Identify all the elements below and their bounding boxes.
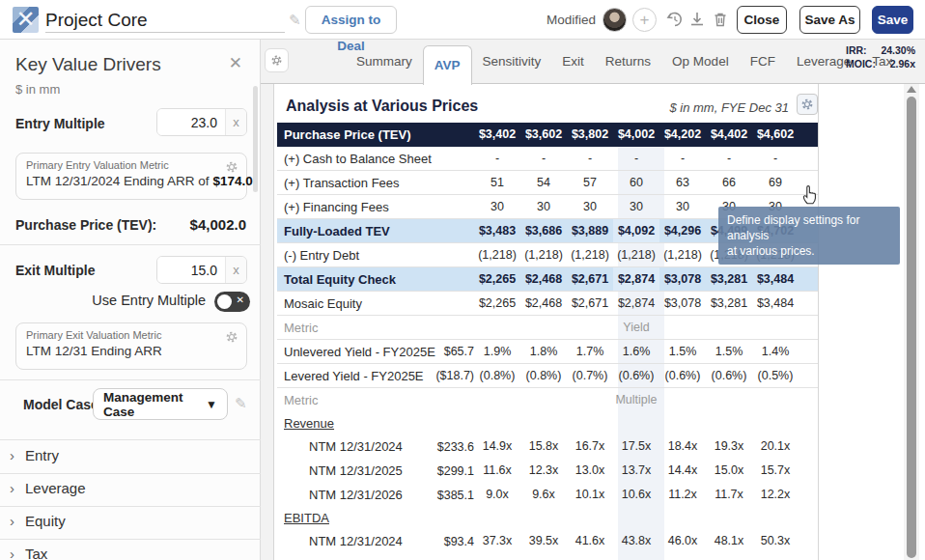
download-icon[interactable] xyxy=(687,10,707,29)
table-row: EBITDA xyxy=(277,507,818,529)
scroll-up-arrow-icon[interactable] xyxy=(907,86,916,93)
table-cell: 14.4x xyxy=(659,459,706,483)
tab-op-model[interactable]: Op Model xyxy=(661,40,740,84)
main-scrollbar[interactable] xyxy=(904,84,919,560)
close-panel-icon[interactable]: ✕ xyxy=(229,53,242,73)
modified-status: Modified xyxy=(547,13,596,27)
table-cell: $2,671 xyxy=(567,292,613,315)
display-settings-gear-icon[interactable] xyxy=(797,94,818,115)
chevron-right-icon: › xyxy=(10,546,14,560)
exit-metric-text: LTM 12/31 Ending ARR xyxy=(26,344,162,358)
table-cell: 1.9% xyxy=(474,340,520,363)
table-cell: 63 xyxy=(659,171,706,194)
close-button[interactable]: Close xyxy=(737,6,787,34)
table-cell: Multiple xyxy=(613,388,659,412)
tab-fcf[interactable]: FCF xyxy=(740,40,786,84)
add-user-button[interactable]: + xyxy=(632,8,657,32)
user-avatar[interactable] xyxy=(603,8,627,32)
assign-to-deal-button[interactable]: Assign to Deal xyxy=(305,6,397,34)
model-case-select[interactable]: Management Case ▼ xyxy=(93,388,228,420)
table-cell: (1,218) xyxy=(520,243,567,266)
app-window: ✎ Assign to Deal Modified + Close Save A… xyxy=(0,0,925,560)
table-cell xyxy=(520,388,567,412)
table-header-row: Purchase Price (TEV) $3,402$3,602$3,802$… xyxy=(277,123,818,147)
table-cell: $4,092 xyxy=(613,219,659,242)
table-cell: 69 xyxy=(752,171,799,194)
table-cell: 30 xyxy=(520,195,567,218)
entry-metric-gear-icon[interactable] xyxy=(225,160,238,174)
table-cell: $2,874 xyxy=(613,267,659,291)
tab-exit[interactable]: Exit xyxy=(551,40,595,84)
sidebar-section-leverage[interactable]: ›Leverage xyxy=(0,473,261,506)
sidebar-section-equity[interactable]: ›Equity xyxy=(0,506,261,539)
table-cell: (1,218) xyxy=(474,243,520,266)
tab-returns[interactable]: Returns xyxy=(595,40,661,84)
exit-valuation-metric-card[interactable]: Primary Exit Valuation Metric LTM 12/31 … xyxy=(15,322,247,370)
header-price-cell: $4,002 xyxy=(613,123,659,147)
table-row: Total Equity Check$2,265$2,468$2,671$2,8… xyxy=(277,267,818,292)
panel-gap xyxy=(261,84,273,560)
trash-icon[interactable] xyxy=(711,10,730,29)
table-cell: 19.3x xyxy=(706,434,752,459)
table-cell xyxy=(659,316,706,339)
row-label: NTM 12/31/2025 xyxy=(277,463,414,478)
sidebar-scrollbar[interactable] xyxy=(253,86,258,192)
table-cell: 39.3x xyxy=(752,553,799,560)
returns-summary: IRR: 24.30% MOIC: 2.96x xyxy=(846,43,915,70)
table-cell: (0.8%) xyxy=(520,364,567,387)
save-button[interactable]: Save xyxy=(872,6,913,34)
project-title-input[interactable] xyxy=(45,9,285,33)
table-cell: (0.6%) xyxy=(613,364,659,387)
chevron-down-icon: ▼ xyxy=(206,398,217,411)
row-label: EBITDA xyxy=(277,511,414,525)
table-cell: Yield xyxy=(613,316,659,339)
table-cell: 13.0x xyxy=(567,459,613,483)
table-cell: $3,078 xyxy=(659,267,706,291)
exit-metric-gear-icon[interactable] xyxy=(225,330,238,344)
tab-sensitivity[interactable]: Sensitivity xyxy=(472,40,552,84)
table-cell xyxy=(752,507,799,529)
irr-label: IRR: xyxy=(846,43,867,57)
section-label: Entry xyxy=(25,447,59,463)
table-row: Mosaic Equity$2,265$2,468$2,671$2,874$3,… xyxy=(277,292,818,316)
table-row: NTM 12/31/2025$299.111.6x12.3x13.0x13.7x… xyxy=(277,459,818,483)
purchase-price-label: Purchase Price (TEV): xyxy=(15,217,156,233)
table-cell: - xyxy=(659,147,706,170)
table-row: NTM 12/31/2025$119.729.1x30.8x32.5x34.2x… xyxy=(277,553,818,560)
table-cell: 1.8% xyxy=(520,340,567,363)
use-entry-multiple-toggle[interactable]: ✕ xyxy=(214,292,250,312)
header-price-cell: $4,402 xyxy=(706,123,752,147)
save-as-button[interactable]: Save As xyxy=(799,6,860,34)
sidebar-section-entry[interactable]: ›Entry xyxy=(0,440,261,473)
table-cell: (0.7%) xyxy=(567,364,613,387)
moic-value: 2.96x xyxy=(890,57,915,70)
row-metric-value: $65.7 xyxy=(414,345,474,358)
tab-avp[interactable]: AVP xyxy=(423,45,472,85)
model-case-label: Model Case xyxy=(23,397,98,412)
sidebar-section-tax[interactable]: ›Tax xyxy=(0,539,261,560)
exit-multiple-input[interactable] xyxy=(157,257,225,283)
units-label: $ in mm xyxy=(15,82,60,97)
table-cell: 13.7x xyxy=(613,459,659,483)
panel-settings-button[interactable] xyxy=(265,48,289,72)
table-row: NTM 12/31/2024$233.614.9x15.8x16.7x17.5x… xyxy=(277,434,818,459)
undo-icon[interactable] xyxy=(665,10,685,29)
use-entry-multiple-label: Use Entry Multiple xyxy=(92,293,206,308)
edit-title-icon[interactable]: ✎ xyxy=(289,12,301,29)
table-cell: 9.6x xyxy=(520,483,567,507)
model-case-value: Management Case xyxy=(103,390,206,419)
row-label: Levered Yield - FY2025E xyxy=(277,369,414,383)
section-label: Equity xyxy=(25,513,66,529)
scrollbar-thumb[interactable] xyxy=(907,97,916,558)
table-row: (+) Cash to Balance Sheet------- xyxy=(277,147,818,171)
entry-metric-caption: Primary Entry Valuation Metric xyxy=(26,159,237,171)
row-label: (-) Entry Debt xyxy=(277,248,414,263)
row-metric-value: $233.6 xyxy=(414,440,474,454)
entry-valuation-metric-card[interactable]: Primary Entry Valuation Metric LTM 12/31… xyxy=(15,153,247,200)
table-cell: 30 xyxy=(474,195,520,218)
table-cell: 1.4% xyxy=(752,340,799,363)
entry-multiple-input[interactable] xyxy=(157,109,225,135)
edit-model-case-icon[interactable]: ✎ xyxy=(235,395,247,412)
table-cell: 43.8x xyxy=(613,529,659,553)
table-cell xyxy=(567,316,613,339)
